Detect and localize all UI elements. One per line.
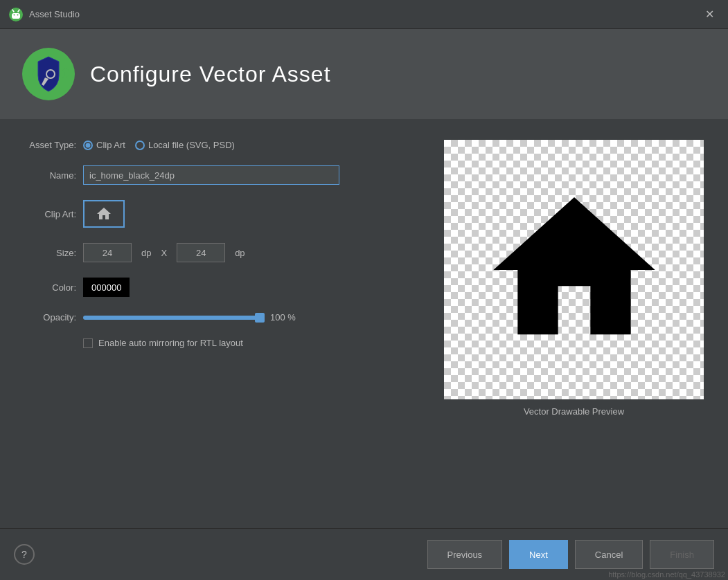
radio-clip-art-label: Clip Art <box>96 140 125 150</box>
radio-local-file-label: Local file (SVG, PSD) <box>148 140 235 150</box>
name-input[interactable] <box>83 165 339 185</box>
close-button[interactable]: ✕ <box>700 6 720 23</box>
asset-type-radio-group: Clip Art Local file (SVG, PSD) <box>83 140 235 150</box>
home-clip-art-icon <box>96 206 112 222</box>
color-row: Color: 000000 <box>21 278 427 297</box>
size-label: Size: <box>21 248 76 258</box>
name-row: Name: <box>21 165 427 185</box>
window-title: Asset Studio <box>29 9 80 19</box>
size-width-input[interactable] <box>83 243 132 262</box>
previous-button[interactable]: Previous <box>427 540 503 569</box>
opacity-value: 100 % <box>270 312 296 323</box>
watermark: https://blog.csdn.net/qq_43738932 <box>605 569 728 580</box>
svg-rect-3 <box>12 13 20 19</box>
size-row: Size: dp X dp <box>21 243 427 262</box>
svg-point-6 <box>14 14 15 15</box>
opacity-row: Opacity: 100 % <box>21 312 427 323</box>
radio-clip-art[interactable]: Clip Art <box>83 140 125 150</box>
clip-art-button[interactable] <box>83 200 125 228</box>
opacity-slider-container: 100 % <box>83 312 296 323</box>
bottom-right: Previous Next Cancel Finish <box>427 540 714 569</box>
bottom-left: ? <box>14 544 35 565</box>
clip-art-label: Clip Art: <box>21 209 76 219</box>
android-icon <box>8 7 24 22</box>
help-button[interactable]: ? <box>14 544 35 565</box>
preview-label: Vector Drawable Preview <box>524 406 624 417</box>
main-content: Asset Type: Clip Art Local file (SVG, PS… <box>0 119 728 528</box>
size-height-unit: dp <box>235 248 245 258</box>
size-separator: X <box>161 248 167 258</box>
preview-canvas <box>444 140 704 399</box>
form-panel: Asset Type: Clip Art Local file (SVG, PS… <box>21 140 427 514</box>
radio-clip-art-circle[interactable] <box>83 141 93 150</box>
rtl-checkbox-row: Enable auto mirroring for RTL layout <box>83 338 427 348</box>
asset-type-label: Asset Type: <box>21 140 76 150</box>
header-section: Configure Vector Asset <box>0 29 728 119</box>
next-button[interactable]: Next <box>509 540 568 569</box>
color-value: 000000 <box>91 282 121 293</box>
rtl-checkbox[interactable] <box>83 338 93 348</box>
asset-type-row: Asset Type: Clip Art Local file (SVG, PS… <box>21 140 427 150</box>
preview-panel: Vector Drawable Preview <box>441 140 707 514</box>
page-title: Configure Vector Asset <box>90 62 331 87</box>
finish-button: Finish <box>650 540 714 569</box>
preview-home-icon <box>477 173 671 367</box>
size-height-input[interactable] <box>177 243 225 262</box>
titlebar: Asset Studio ✕ <box>0 0 728 29</box>
color-label: Color: <box>21 282 76 293</box>
header-logo <box>21 46 76 102</box>
opacity-label: Opacity: <box>21 312 76 323</box>
cancel-button[interactable]: Cancel <box>575 540 643 569</box>
name-label: Name: <box>21 170 76 181</box>
clip-art-row: Clip Art: <box>21 200 427 228</box>
size-width-unit: dp <box>141 248 151 258</box>
opacity-track[interactable] <box>83 316 263 320</box>
radio-local-file-circle[interactable] <box>135 141 145 150</box>
radio-local-file[interactable]: Local file (SVG, PSD) <box>135 140 235 150</box>
titlebar-left: Asset Studio <box>8 7 80 22</box>
color-button[interactable]: 000000 <box>83 278 130 297</box>
opacity-thumb[interactable] <box>255 313 265 323</box>
svg-point-7 <box>17 14 19 15</box>
rtl-checkbox-label: Enable auto mirroring for RTL layout <box>98 338 243 348</box>
